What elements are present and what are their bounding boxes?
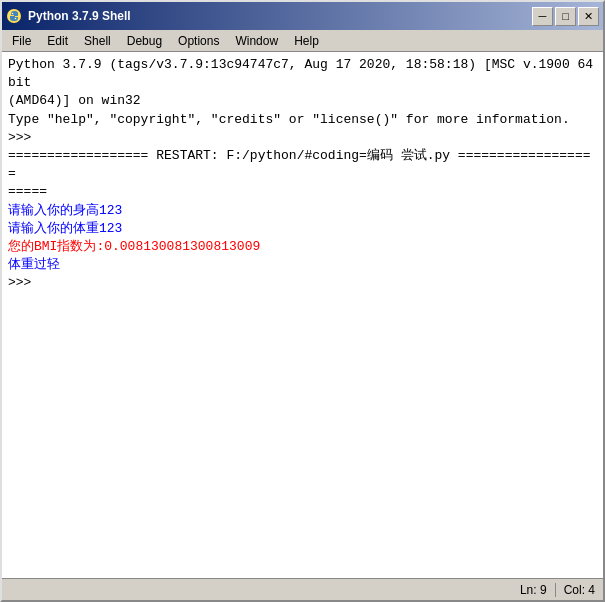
shell-line-bmi-result: 您的BMI指数为:0.008130081300813009 [8,238,597,256]
menu-file[interactable]: File [4,30,39,51]
close-button[interactable]: ✕ [578,7,599,26]
title-bar-left: Python 3.7.9 Shell [6,8,131,24]
menu-debug[interactable]: Debug [119,30,170,51]
title-bar-buttons: ─ □ ✕ [532,7,599,26]
python-shell-window: Python 3.7.9 Shell ─ □ ✕ File Edit Shell… [0,0,605,602]
python-icon [6,8,22,24]
shell-line-2: (AMD64)] on win32 [8,92,597,110]
window-title: Python 3.7.9 Shell [28,9,131,23]
svg-point-1 [12,13,14,15]
shell-line-bmi-category: 体重过轻 [8,256,597,274]
menu-edit[interactable]: Edit [39,30,76,51]
minimize-button[interactable]: ─ [532,7,553,26]
shell-line-restart: ================== RESTART: F:/python/#c… [8,147,597,183]
title-bar: Python 3.7.9 Shell ─ □ ✕ [2,2,603,30]
menu-help[interactable]: Help [286,30,327,51]
shell-line-height-prompt: 请输入你的身高123 [8,202,597,220]
status-ln: Ln: 9 [520,583,547,597]
menu-window[interactable]: Window [227,30,286,51]
status-divider [555,583,556,597]
shell-line-1: Python 3.7.9 (tags/v3.7.9:13c94747c7, Au… [8,56,597,92]
menu-options[interactable]: Options [170,30,227,51]
status-bar: Ln: 9 Col: 4 [2,578,603,600]
svg-point-2 [15,18,17,20]
shell-line-equals: ===== [8,183,597,201]
status-col: Col: 4 [564,583,595,597]
menu-shell[interactable]: Shell [76,30,119,51]
shell-line-weight-prompt: 请输入你的体重123 [8,220,597,238]
shell-line-3: Type "help", "copyright", "credits" or "… [8,111,597,129]
shell-output[interactable]: Python 3.7.9 (tags/v3.7.9:13c94747c7, Au… [2,52,603,578]
menu-bar: File Edit Shell Debug Options Window Hel… [2,30,603,52]
shell-line-4: >>> [8,129,597,147]
maximize-button[interactable]: □ [555,7,576,26]
shell-line-prompt: >>> [8,274,597,292]
